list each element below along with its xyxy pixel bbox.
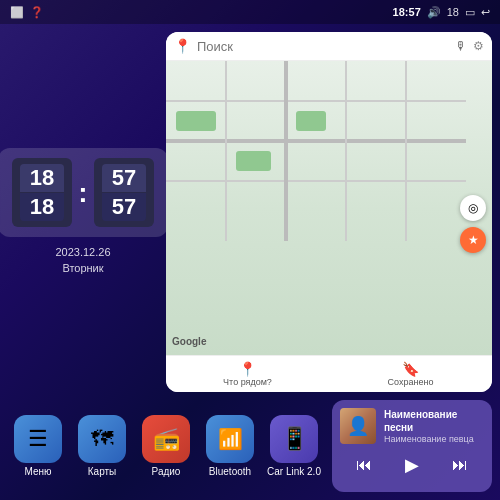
- clock-hours: 18: [20, 164, 64, 193]
- map-search-pin-icon: 📍: [174, 38, 191, 54]
- map-star-button[interactable]: ★: [460, 227, 486, 253]
- volume-icon[interactable]: 🔊: [427, 6, 441, 19]
- music-widget: 👤 Наименование песни Наименование певца …: [332, 400, 492, 492]
- music-thumbnail-image: 👤: [340, 408, 376, 444]
- radio-icon: 📻: [142, 415, 190, 463]
- clock-minutes-mirror: 57: [102, 193, 146, 221]
- menu-label: Меню: [24, 466, 51, 477]
- screen-icon[interactable]: ▭: [465, 6, 475, 19]
- map-saved-icon: 🔖: [402, 361, 419, 377]
- clock-hours-block: 18 18: [12, 158, 72, 227]
- carlink-label: Car Link 2.0: [267, 466, 321, 477]
- music-thumbnail: 👤: [340, 408, 376, 444]
- map-saved-button[interactable]: 🔖 Сохранено: [329, 356, 492, 392]
- map-roads-svg: [166, 61, 492, 355]
- back-icon[interactable]: ↩: [481, 6, 490, 19]
- home-icon[interactable]: ⬜: [10, 6, 24, 19]
- map-google-logo: Google: [172, 336, 206, 347]
- battery-level: 18: [447, 6, 459, 18]
- svg-rect-7: [176, 111, 216, 131]
- screen: ⬜ ❓ 18:57 🔊 18 ▭ ↩ 18 18 : 57 57 2: [0, 0, 500, 500]
- app-maps[interactable]: 🗺 Карты: [72, 415, 132, 477]
- help-icon[interactable]: ❓: [30, 6, 44, 19]
- map-panel: 📍 🎙 ⚙: [166, 32, 492, 392]
- music-info-row: 👤 Наименование песни Наименование певца: [340, 408, 484, 446]
- svg-rect-9: [236, 151, 271, 171]
- app-menu[interactable]: ☰ Меню: [8, 415, 68, 477]
- apps-panel: ☰ Меню 🗺 Карты 📻 Радио 📶 Bluetooth 📱 Car…: [8, 400, 324, 492]
- carlink-icon: 📱: [270, 415, 318, 463]
- app-carlink[interactable]: 📱 Car Link 2.0: [264, 415, 324, 477]
- main-content: 18 18 : 57 57 2023.12.26 Вторник 📍 🎙 ⚙: [0, 24, 500, 400]
- music-title: Наименование песни: [384, 408, 484, 434]
- map-bottom-bar: 📍 Что рядом? 🔖 Сохранено: [166, 355, 492, 392]
- music-prev-button[interactable]: ⏮: [352, 452, 376, 478]
- map-nearby-icon: 📍: [239, 361, 256, 377]
- status-time: 18:57: [393, 6, 421, 18]
- left-panel: 18 18 : 57 57 2023.12.26 Вторник: [8, 32, 158, 392]
- bluetooth-label: Bluetooth: [209, 466, 251, 477]
- clock-widget: 18 18 : 57 57: [0, 148, 168, 237]
- date-info: 2023.12.26 Вторник: [55, 245, 110, 276]
- clock-separator: :: [78, 179, 87, 207]
- map-nearby-button[interactable]: 📍 Что рядом?: [166, 356, 329, 392]
- svg-rect-8: [296, 111, 326, 131]
- bottom-panel: ☰ Меню 🗺 Карты 📻 Радио 📶 Bluetooth 📱 Car…: [0, 400, 500, 500]
- music-artist: Наименование певца: [384, 434, 484, 446]
- status-bar-left: ⬜ ❓: [10, 6, 44, 19]
- music-controls: ⏮ ▶ ⏭: [340, 450, 484, 480]
- map-nearby-label: Что рядом?: [223, 377, 272, 387]
- app-bluetooth[interactable]: 📶 Bluetooth: [200, 415, 260, 477]
- status-bar: ⬜ ❓ 18:57 🔊 18 ▭ ↩: [0, 0, 500, 24]
- map-search-bar: 📍 🎙 ⚙: [166, 32, 492, 61]
- menu-icon: ☰: [14, 415, 62, 463]
- maps-label: Карты: [88, 466, 117, 477]
- map-search-input[interactable]: [197, 39, 449, 54]
- clock-minutes: 57: [102, 164, 146, 193]
- bluetooth-icon: 📶: [206, 415, 254, 463]
- map-mic-icon[interactable]: 🎙: [455, 39, 467, 53]
- day-of-week: Вторник: [55, 261, 110, 276]
- radio-label: Радио: [152, 466, 181, 477]
- music-next-button[interactable]: ⏭: [448, 452, 472, 478]
- clock-hours-mirror: 18: [20, 193, 64, 221]
- music-play-button[interactable]: ▶: [401, 450, 423, 480]
- maps-icon: 🗺: [78, 415, 126, 463]
- map-gear-icon[interactable]: ⚙: [473, 39, 484, 53]
- date-text: 2023.12.26: [55, 245, 110, 260]
- clock-minutes-block: 57 57: [94, 158, 154, 227]
- map-location-button[interactable]: ◎: [460, 195, 486, 221]
- app-radio[interactable]: 📻 Радио: [136, 415, 196, 477]
- map-area[interactable]: Google ◎ ★: [166, 61, 492, 355]
- map-saved-label: Сохранено: [388, 377, 434, 387]
- music-text: Наименование песни Наименование певца: [384, 408, 484, 446]
